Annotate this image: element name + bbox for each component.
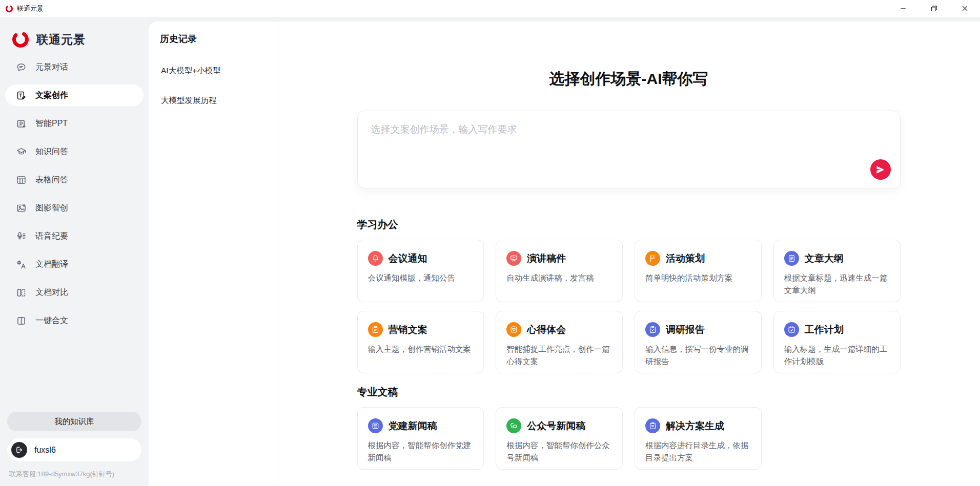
clipboard-doc-icon <box>645 418 660 433</box>
scene-card[interactable]: 公众号新闻稿根据内容，智能帮你创作公众号新闻稿 <box>496 407 623 470</box>
scene-section: 学习办公会议通知会议通知模版，通知公告演讲稿件自动生成演讲稿，发言稿活动策划简单… <box>357 218 901 373</box>
sidebar-item-label: 表格问答 <box>35 175 68 185</box>
main-panel: 选择创作场景-AI帮你写 学习办公会议通知会议通知模版，通知公告演讲稿件自动生成… <box>277 22 980 486</box>
support-contact: 联系客服:189-d5ymxw37kg(钉钉号) <box>7 461 141 480</box>
sidebar-item-label: 文档翻译 <box>35 259 68 270</box>
card-desc: 简单明快的活动策划方案 <box>645 272 751 284</box>
heart-badge-icon <box>506 322 521 337</box>
sidebar-item-table[interactable]: 表格问答 <box>5 169 144 191</box>
close-button[interactable] <box>949 0 980 17</box>
sidebar-item-compare[interactable]: 文档对比 <box>5 282 144 303</box>
card-desc: 根据文章标题，迅速生成一篇文章大纲 <box>784 272 890 296</box>
brand: 联通元景 <box>0 17 149 56</box>
scene-card[interactable]: 调研报告输入信息，撰写一份专业的调研报告 <box>635 311 762 373</box>
scene-card[interactable]: 活动策划简单明快的活动策划方案 <box>635 240 762 302</box>
close-icon <box>961 4 969 13</box>
calendar-check-icon <box>784 322 799 337</box>
card-title: 公众号新闻稿 <box>527 419 585 433</box>
prompt-input[interactable] <box>358 111 900 188</box>
sidebar-item-voice-notes[interactable]: 语音纪要 <box>5 225 144 247</box>
sidebar-item-label: 知识问答 <box>35 146 68 157</box>
sidebar-item-image-create[interactable]: 图影智创 <box>5 197 144 219</box>
scene-card[interactable]: 营销文案输入主题，创作营销活动文案 <box>357 311 484 373</box>
user-pill[interactable]: fuxsl6 <box>7 438 141 461</box>
card-title: 会议通知 <box>389 252 427 265</box>
sidebar-item-label: 元景对话 <box>35 62 68 73</box>
card-title: 工作计划 <box>805 323 844 336</box>
card-desc: 根据内容进行目录生成，依据目录提出方案 <box>645 439 751 463</box>
translate-icon <box>16 259 27 270</box>
ppt-icon <box>16 118 27 129</box>
send-button[interactable] <box>870 159 891 180</box>
clipboard-check-icon <box>645 322 660 337</box>
card-desc: 输入信息，撰写一份专业的调研报告 <box>645 343 751 367</box>
scene-card[interactable]: 党建新闻稿根据内容，智能帮你创作党建新闻稿 <box>357 407 484 470</box>
card-title: 解决方案生成 <box>666 419 724 433</box>
merge-icon <box>16 315 27 326</box>
sidebar-item-merge[interactable]: 一键合文 <box>5 310 144 331</box>
page-title: 选择创作场景-AI帮你写 <box>357 69 901 90</box>
scene-card[interactable]: 演讲稿件自动生成演讲稿，发言稿 <box>496 240 623 302</box>
sidebar-item-label: 一键合文 <box>35 315 68 326</box>
card-title: 营销文案 <box>389 323 427 336</box>
scene-card[interactable]: 心得体会智能捕捉工作亮点，创作一篇心得文案 <box>496 311 623 373</box>
voice-notes-icon <box>16 231 27 242</box>
clipboard-pen-icon <box>368 322 383 337</box>
unicom-logo-icon <box>5 5 13 13</box>
username: fuxsl6 <box>34 446 56 455</box>
card-desc: 输入主题，创作营销活动文案 <box>368 343 474 355</box>
image-create-icon <box>16 203 27 214</box>
card-desc: 根据内容，智能帮你创作公众号新闻稿 <box>506 439 612 463</box>
card-grid: 党建新闻稿根据内容，智能帮你创作党建新闻稿公众号新闻稿根据内容，智能帮你创作公众… <box>357 407 901 470</box>
wechat-icon <box>506 418 521 433</box>
maximize-button[interactable] <box>918 0 949 17</box>
logout-icon <box>11 442 27 458</box>
sidebar: 联通元景 元景对话文案创作智能PPT知识问答表格问答图影智创语音纪要文档翻译文档… <box>0 17 149 486</box>
card-title: 演讲稿件 <box>527 252 566 265</box>
minimize-button[interactable] <box>888 0 918 17</box>
sidebar-item-label: 文案创作 <box>35 90 68 101</box>
scene-card[interactable]: 解决方案生成根据内容进行目录生成，依据目录提出方案 <box>635 407 762 470</box>
history-list: AI大模型+小模型大模型发展历程 <box>160 66 271 106</box>
scene-card[interactable]: 工作计划输入标题，生成一篇详细的工作计划模版 <box>773 311 901 373</box>
news-icon <box>368 418 383 433</box>
sidebar-item-copywriting[interactable]: 文案创作 <box>5 84 144 106</box>
history-item[interactable]: 大模型发展历程 <box>161 95 271 106</box>
sidebar-bottom: 我的知识库 fuxsl6 联系客服:189-d5ymxw37kg(钉钉号) <box>0 412 149 486</box>
section-title: 专业文稿 <box>357 385 901 399</box>
minimize-icon <box>899 4 908 13</box>
titlebar: 联通元景 <box>0 0 980 17</box>
sidebar-item-label: 智能PPT <box>35 118 68 129</box>
copywriting-icon <box>16 90 27 101</box>
content-area: 历史记录 AI大模型+小模型大模型发展历程 选择创作场景-AI帮你写 学习办公会… <box>149 17 980 486</box>
knowledge-base-button[interactable]: 我的知识库 <box>7 412 141 431</box>
section-title: 学习办公 <box>357 218 901 231</box>
scene-card[interactable]: 会议通知会议通知模版，通知公告 <box>357 240 484 302</box>
card-title: 文章大纲 <box>805 252 844 265</box>
card-title: 调研报告 <box>666 323 705 336</box>
history-panel: 历史记录 AI大模型+小模型大模型发展历程 <box>149 22 277 486</box>
sidebar-item-label: 语音纪要 <box>35 231 68 242</box>
history-title: 历史记录 <box>160 33 271 45</box>
card-desc: 根据内容，智能帮你创作党建新闻稿 <box>368 439 474 463</box>
card-title: 党建新闻稿 <box>389 419 437 433</box>
doc-outline-icon <box>784 251 799 266</box>
bell-icon <box>368 251 383 266</box>
card-grid: 会议通知会议通知模版，通知公告演讲稿件自动生成演讲稿，发言稿活动策划简单明快的活… <box>357 240 901 373</box>
card-desc: 输入标题，生成一篇详细的工作计划模版 <box>784 343 890 367</box>
window-title: 联通元景 <box>17 4 44 13</box>
scene-sections: 学习办公会议通知会议通知模版，通知公告演讲稿件自动生成演讲稿，发言稿活动策划简单… <box>357 218 901 470</box>
sidebar-item-label: 图影智创 <box>35 203 68 214</box>
sidebar-item-knowledge[interactable]: 知识问答 <box>5 141 144 162</box>
card-desc: 会议通知模版，通知公告 <box>368 272 474 284</box>
brand-name: 联通元景 <box>36 32 86 48</box>
presentation-icon <box>506 251 521 266</box>
chat-icon <box>16 62 27 73</box>
card-desc: 自动生成演讲稿，发言稿 <box>506 272 612 284</box>
card-title: 活动策划 <box>666 252 705 265</box>
sidebar-item-translate[interactable]: 文档翻译 <box>5 253 144 275</box>
scene-card[interactable]: 文章大纲根据文章标题，迅速生成一篇文章大纲 <box>773 240 901 302</box>
history-item[interactable]: AI大模型+小模型 <box>161 66 271 76</box>
sidebar-item-chat[interactable]: 元景对话 <box>5 56 144 78</box>
sidebar-item-ppt[interactable]: 智能PPT <box>5 113 144 134</box>
